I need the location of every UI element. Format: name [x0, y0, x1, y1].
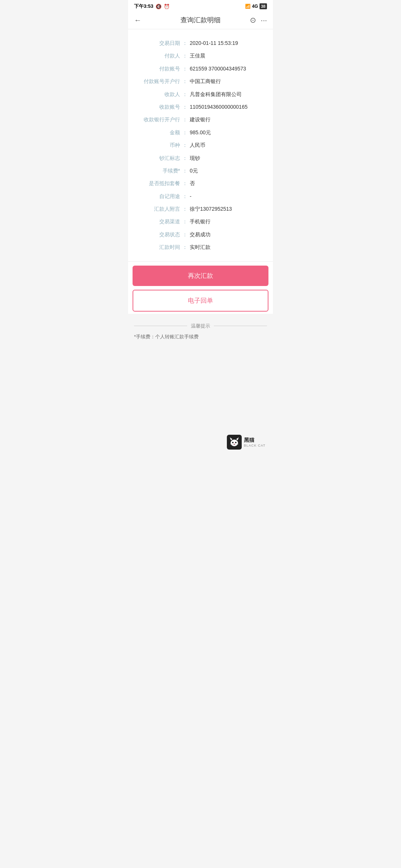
logo-name: 黑猫: [244, 437, 265, 444]
detail-row-1: 付款人 ： 王佳晨: [128, 49, 273, 62]
detail-row-9: 钞汇标志 ： 现钞: [128, 152, 273, 164]
bottom-area: 黑猫 BLACK CAT: [128, 346, 273, 457]
black-cat-icon: [227, 435, 242, 450]
network-type: 4G: [252, 4, 258, 9]
alarm-icon: ⏰: [164, 4, 170, 9]
logo-subname: BLACK CAT: [244, 444, 265, 447]
mute-icon: 🔇: [156, 4, 162, 9]
detail-row-11: 是否抵扣套餐 ： 否: [128, 177, 273, 190]
status-time: 下午3:53: [134, 3, 153, 10]
service-icon[interactable]: ⊙: [250, 16, 256, 24]
button-section: 再次汇款 电子回单: [128, 262, 273, 314]
tips-divider-left: [134, 326, 187, 326]
detail-row-2: 付款账号 ： 621559 3700004349573: [128, 62, 273, 75]
tips-divider-right: [214, 326, 267, 326]
signal-icon: 📶: [245, 4, 251, 9]
bottom-logo: 黑猫 BLACK CAT: [227, 435, 265, 450]
detail-row-7: 金额 ： 985.00元: [128, 126, 273, 139]
svg-marker-1: [230, 437, 232, 440]
tips-section: 温馨提示 *手续费：个人转账汇款手续费: [128, 318, 273, 346]
tips-header: 温馨提示: [134, 323, 267, 329]
tips-content: *手续费：个人转账汇款手续费: [134, 333, 267, 341]
detail-row-4: 收款人 ： 凡普金科集团有限公司: [128, 88, 273, 101]
svg-marker-2: [236, 437, 239, 440]
status-right: 📶 4G 38: [245, 3, 267, 9]
electronic-receipt-button[interactable]: 电子回单: [133, 290, 268, 312]
detail-row-6: 收款银行开户行 ： 建设银行: [128, 113, 273, 126]
battery-indicator: 38: [260, 3, 267, 9]
more-menu-icon[interactable]: ···: [261, 16, 267, 24]
detail-row-10: 手续费* ： 0元: [128, 164, 273, 177]
svg-point-0: [231, 440, 238, 446]
detail-row-5: 收款账号 ： 11050194360000000165: [128, 101, 273, 113]
detail-row-3: 付款账号开户行 ： 中国工商银行: [128, 75, 273, 88]
detail-row-13: 汇款人附言 ： 徐宁13072952513: [128, 203, 273, 215]
detail-row-8: 币种 ： 人民币: [128, 139, 273, 151]
remit-again-button[interactable]: 再次汇款: [133, 266, 268, 286]
nav-bar: ← 查询汇款明细 ⊙ ···: [128, 11, 273, 29]
logo-text-block: 黑猫 BLACK CAT: [244, 437, 265, 447]
detail-row-15: 交易状态 ： 交易成功: [128, 228, 273, 241]
detail-row-14: 交易渠道 ： 手机银行: [128, 215, 273, 228]
back-button[interactable]: ←: [134, 16, 141, 24]
svg-point-5: [234, 444, 235, 444]
detail-row-0: 交易日期 ： 2020-01-11 15:53:19: [128, 37, 273, 49]
detail-content: 交易日期 ： 2020-01-11 15:53:19 付款人 ： 王佳晨 付款账…: [128, 29, 273, 261]
page-title: 查询汇款明细: [153, 16, 248, 24]
detail-row-12: 自记用途 ： -: [128, 190, 273, 203]
svg-point-4: [235, 442, 237, 443]
tips-title: 温馨提示: [191, 323, 210, 329]
nav-left: ←: [134, 16, 153, 24]
svg-point-3: [232, 442, 234, 443]
nav-right: ⊙ ···: [248, 16, 267, 24]
detail-row-16: 汇款时间 ： 实时汇款: [128, 241, 273, 253]
status-bar: 下午3:53 🔇 ⏰ 📶 4G 38: [128, 0, 273, 11]
status-left: 下午3:53 🔇 ⏰: [134, 3, 170, 10]
